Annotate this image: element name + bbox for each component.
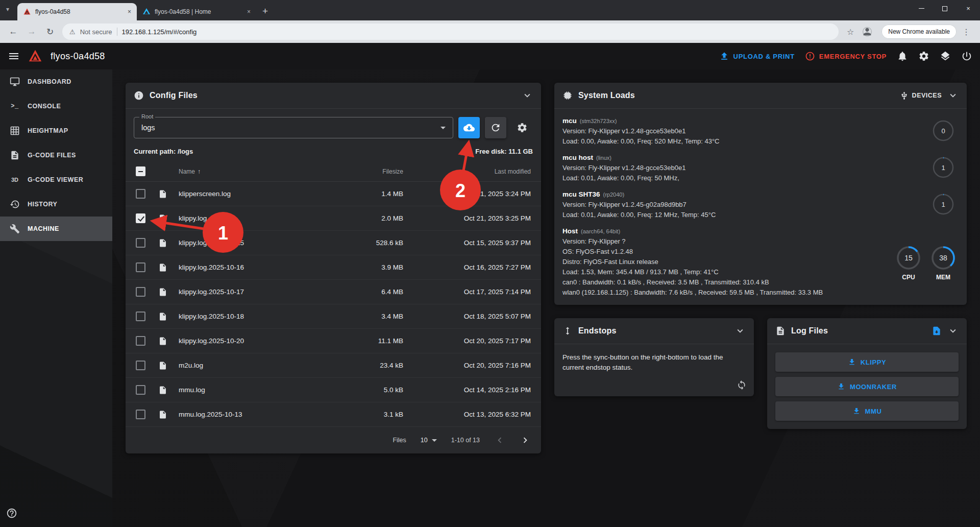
sidebar: DASHBOARD >_ CONSOLE HEIGHTMAP G-CODE FI…: [0, 69, 112, 527]
sidebar-item-machine[interactable]: MACHINE: [0, 217, 112, 241]
file-modified: Oct 21, 2025 3:24 PM: [403, 190, 531, 198]
tab-close-icon[interactable]: ×: [246, 8, 252, 15]
pagination-range: 1-10 of 13: [451, 437, 480, 444]
row-checkbox[interactable]: [136, 385, 145, 395]
mcu-host-entry: mcu host(linux) Version: Fly-Klipper v1.…: [554, 149, 967, 185]
row-checkbox[interactable]: [136, 410, 145, 419]
reload-button[interactable]: ↻: [42, 23, 58, 40]
file-modified: Oct 21, 2025 3:25 PM: [403, 214, 531, 222]
hamburger-menu-icon[interactable]: [8, 50, 20, 62]
log-files-card: Log Files KLIPPY: [767, 318, 967, 429]
mcu-host-load-gauge: 1: [932, 156, 955, 179]
browser-chrome: ▾ flyos-0a4d58 × flyos-0a4d58 | Home × +…: [0, 0, 980, 43]
sidebar-item-heightmap[interactable]: HEIGHTMAP: [0, 118, 112, 143]
mcu-sht36-load-gauge: 1: [932, 193, 955, 216]
browser-tab-inactive[interactable]: flyos-0a4d58 | Home ×: [137, 3, 256, 20]
row-checkbox[interactable]: [136, 336, 145, 346]
profile-avatar-icon[interactable]: [860, 25, 874, 39]
window-minimize-button[interactable]: [910, 0, 933, 17]
column-filesize[interactable]: Filesize: [316, 168, 403, 175]
download-all-logs-button[interactable]: [932, 326, 942, 336]
upload-and-print-button[interactable]: UPLOAD & PRINT: [719, 51, 795, 61]
refresh-icon: [490, 122, 501, 133]
window-close-button[interactable]: ×: [957, 0, 980, 17]
column-modified[interactable]: Last modified: [403, 168, 531, 175]
table-row[interactable]: klippy.log.2025-10-15 528.6 kB Oct 15, 2…: [126, 231, 541, 255]
sidebar-item-dashboard[interactable]: DASHBOARD: [0, 69, 112, 94]
new-tab-button[interactable]: +: [262, 6, 268, 17]
sort-ascending-icon: ↑: [198, 168, 201, 175]
mem-label: MEM: [936, 274, 950, 281]
forward-button[interactable]: →: [23, 23, 40, 40]
back-button[interactable]: ←: [5, 23, 21, 40]
table-row[interactable]: klippy.log.2025-10-17 6.4 MB Oct 17, 202…: [126, 280, 541, 304]
sidebar-item-history[interactable]: HISTORY: [0, 192, 112, 217]
root-select[interactable]: Root logs: [134, 117, 453, 138]
previous-page-button[interactable]: [494, 435, 505, 446]
file-name: mmu.log: [179, 386, 316, 394]
tab-close-icon[interactable]: ×: [126, 8, 133, 15]
select-all-checkbox[interactable]: [136, 166, 145, 176]
collapse-chevron-icon[interactable]: [734, 325, 746, 337]
upload-icon: [719, 51, 729, 61]
mcu-chip: (linux): [596, 155, 611, 161]
next-page-button[interactable]: [520, 435, 531, 446]
files-settings-button[interactable]: [511, 117, 533, 138]
chrome-update-chip[interactable]: New Chrome available: [881, 25, 957, 39]
table-row[interactable]: mmu.log 5.0 kB Oct 14, 2025 2:16 PM: [126, 378, 541, 402]
notifications-bell-icon[interactable]: [897, 51, 908, 62]
wrench-icon: [10, 224, 20, 234]
table-row[interactable]: m2u.log 23.4 kB Oct 20, 2025 7:16 PM: [126, 353, 541, 378]
sidebar-item-gcode-viewer[interactable]: 3D G-CODE VIEWER: [0, 167, 112, 192]
table-row[interactable]: klippy.log 2.0 MB Oct 21, 2025 3:25 PM: [126, 206, 541, 231]
not-secure-warning-icon[interactable]: ⚠: [69, 28, 76, 36]
mcu-name: mcu SHT36: [562, 190, 600, 198]
log-buttons: KLIPPY MOONRAKER MMU: [767, 344, 967, 429]
browser-toolbar: ← → ↻ ⚠ Not secure 192.168.1.125/m/#/con…: [0, 20, 980, 43]
row-checkbox[interactable]: [136, 312, 145, 321]
collapse-chevron-icon[interactable]: [947, 325, 959, 337]
log-file-icon: [775, 326, 786, 336]
layers-icon[interactable]: [940, 51, 951, 62]
sync-button[interactable]: [737, 380, 747, 390]
collapse-chevron-icon[interactable]: [947, 90, 959, 101]
help-icon[interactable]: [6, 508, 17, 519]
row-checkbox[interactable]: [136, 213, 145, 223]
devices-label: DEVICES: [912, 92, 942, 99]
table-row[interactable]: mmu.log.2025-10-13 3.1 kB Oct 13, 2025 6…: [126, 402, 541, 427]
settings-gear-icon[interactable]: [918, 51, 929, 62]
window-maximize-button[interactable]: [933, 0, 957, 17]
table-row[interactable]: klipperscreen.log 1.4 MB Oct 21, 2025 3:…: [126, 182, 541, 206]
row-checkbox[interactable]: [136, 189, 145, 199]
collapse-chevron-icon[interactable]: [522, 90, 533, 101]
row-checkbox[interactable]: [136, 361, 145, 370]
tab-search-chevron-icon[interactable]: ▾: [6, 6, 9, 13]
log-download-button[interactable]: MMU: [775, 401, 959, 421]
table-row[interactable]: klippy.log.2025-10-16 3.9 MB Oct 16, 202…: [126, 255, 541, 280]
emergency-stop-button[interactable]: EMERGENCY STOP: [805, 51, 887, 61]
path-row: Current path: /logs Free disk: 11.1 GB: [126, 147, 541, 161]
row-checkbox[interactable]: [136, 287, 145, 297]
devices-button[interactable]: DEVICES: [900, 91, 942, 100]
browser-tab-active[interactable]: flyos-0a4d58 ×: [17, 3, 137, 20]
refresh-button[interactable]: [485, 117, 506, 138]
table-row[interactable]: klippy.log.2025-10-20 11.1 MB Oct 20, 20…: [126, 329, 541, 353]
browser-menu-icon[interactable]: ⋮: [962, 27, 970, 37]
column-name[interactable]: Name ↑: [179, 168, 316, 175]
terminal-icon: >_: [10, 101, 20, 111]
table-row[interactable]: klippy.log.2025-10-18 3.4 MB Oct 18, 202…: [126, 304, 541, 329]
log-download-button[interactable]: KLIPPY: [775, 352, 959, 372]
page-size-select[interactable]: 10: [421, 437, 437, 444]
download-logs-button[interactable]: [458, 117, 480, 138]
bookmark-star-icon[interactable]: ☆: [847, 27, 854, 37]
sidebar-item-gcode-files[interactable]: G-CODE FILES: [0, 143, 112, 167]
log-download-button[interactable]: MOONRAKER: [775, 377, 959, 396]
file-modified: Oct 18, 2025 5:07 PM: [403, 313, 531, 320]
row-checkbox[interactable]: [136, 262, 145, 272]
row-checkbox[interactable]: [136, 238, 145, 248]
file-icon: [158, 288, 179, 297]
power-icon[interactable]: [961, 51, 972, 62]
sidebar-item-console[interactable]: >_ CONSOLE: [0, 94, 112, 118]
chevron-down-icon: [440, 127, 446, 129]
address-bar[interactable]: ⚠ Not secure 192.168.1.125/m/#/config: [62, 23, 839, 40]
